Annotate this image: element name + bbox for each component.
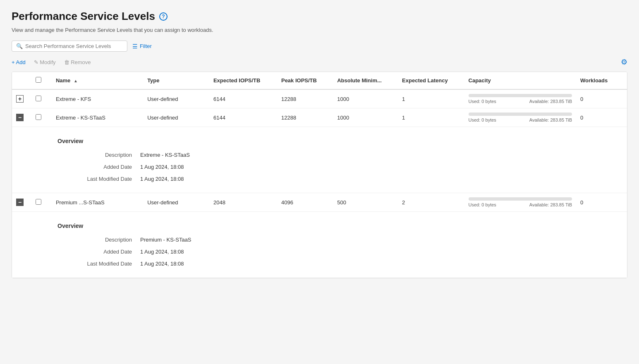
row-iops-cell: 2048 (209, 193, 277, 212)
row-latency-cell: 1 (398, 108, 464, 127)
row-name: Premium ...S-STaaS (56, 199, 105, 206)
row-expand-cell: − (12, 108, 31, 127)
row-peak-cell: 12288 (277, 89, 333, 108)
row-iops: 6144 (213, 96, 225, 102)
collapse-button[interactable]: − (16, 199, 24, 206)
col-header-peak-iops[interactable]: Peak IOPS/TB (277, 72, 333, 89)
row-checkbox[interactable] (36, 199, 41, 205)
col-header-type[interactable]: Type (143, 72, 209, 89)
row-abs: 500 (337, 199, 346, 206)
expand-button[interactable]: + (16, 95, 24, 103)
col-header-abs-min[interactable]: Absolute Minim... (333, 72, 398, 89)
row-expand-cell: + (12, 89, 31, 108)
row-type: User-defined (147, 115, 178, 121)
detail-cell: Overview Description Premium - KS-STaaS … (12, 212, 627, 278)
row-peak: 4096 (281, 199, 293, 206)
collapse-button[interactable]: − (16, 114, 24, 121)
row-workloads-cell: 0 (576, 193, 627, 212)
row-name-cell: Premium ...S-STaaS (52, 193, 143, 212)
row-checkbox-cell (31, 89, 52, 108)
row-type-cell: User-defined (143, 89, 209, 108)
row-name: Extreme - KS-STaaS (56, 115, 105, 121)
description-value: Premium - KS-STaaS (140, 237, 306, 243)
capacity-used: Used: 0 bytes (469, 99, 496, 104)
added-date-value: 1 Aug 2024, 18:08 (140, 164, 306, 170)
row-abs: 1000 (337, 115, 349, 121)
row-workloads: 0 (580, 96, 583, 102)
toolbar-row: 🔍 ☰ Filter (12, 41, 627, 52)
col-header-expected-latency[interactable]: Expected Latency (398, 72, 464, 89)
added-date-value: 1 Aug 2024, 18:08 (140, 249, 306, 255)
actions-row: + Add ✎ Modify 🗑 Remove ⚙ (12, 57, 627, 67)
capacity-available: Available: 283.85 TiB (529, 99, 572, 104)
actions-left: + Add ✎ Modify 🗑 Remove (12, 59, 91, 65)
row-iops-cell: 6144 (209, 89, 277, 108)
row-latency-cell: 2 (398, 193, 464, 212)
row-peak: 12288 (281, 115, 296, 121)
detail-cell: Overview Description Extreme - KS-STaaS … (12, 127, 627, 193)
row-workloads: 0 (580, 199, 583, 206)
table-row: − Extreme - KS-STaaS User-defined 6144 (12, 108, 627, 127)
added-date-label: Added Date (57, 164, 140, 170)
detail-row: Overview Description Extreme - KS-STaaS … (12, 127, 627, 193)
capacity-labels: Used: 0 bytes Available: 283.85 TiB (469, 99, 572, 104)
description-label: Description (57, 152, 140, 158)
row-name: Extreme - KFS (56, 96, 91, 102)
added-date-label: Added Date (57, 249, 140, 255)
row-workloads-cell: 0 (576, 89, 627, 108)
modify-button[interactable]: ✎ Modify (34, 59, 56, 65)
row-latency-cell: 1 (398, 89, 464, 108)
row-checkbox-cell (31, 108, 52, 127)
search-icon: 🔍 (16, 43, 23, 49)
row-peak-cell: 4096 (277, 193, 333, 212)
remove-label: 🗑 Remove (64, 59, 91, 65)
table-container: Name ▲ Type Expected IOPS/TB Peak IOPS/T… (12, 72, 627, 278)
search-input[interactable] (25, 43, 123, 49)
capacity-bar: Used: 0 bytes Available: 283.85 TiB (469, 113, 572, 122)
col-header-expected-iops[interactable]: Expected IOPS/TB (209, 72, 277, 89)
description-value: Extreme - KS-STaaS (140, 152, 306, 158)
detail-grid: Description Extreme - KS-STaaS Added Dat… (57, 152, 306, 182)
last-modified-label: Last Modified Date (57, 261, 140, 267)
table-row: + Extreme - KFS User-defined 6144 (12, 89, 627, 108)
row-latency: 2 (402, 199, 405, 206)
settings-button[interactable]: ⚙ (621, 57, 627, 67)
filter-button[interactable]: ☰ Filter (132, 43, 152, 50)
capacity-bar-track (469, 197, 572, 201)
help-icon[interactable]: ? (159, 12, 168, 21)
row-abs-cell: 500 (333, 193, 398, 212)
row-checkbox[interactable] (36, 114, 41, 120)
capacity-bar-track (469, 113, 572, 116)
last-modified-value: 1 Aug 2024, 18:08 (140, 261, 306, 267)
row-checkbox[interactable] (36, 96, 41, 101)
detail-grid: Description Premium - KS-STaaS Added Dat… (57, 237, 306, 267)
row-abs: 1000 (337, 96, 349, 102)
row-checkbox-cell (31, 193, 52, 212)
col-header-capacity[interactable]: Capacity (464, 72, 576, 89)
table-header-row: Name ▲ Type Expected IOPS/TB Peak IOPS/T… (12, 72, 627, 89)
filter-label: Filter (140, 43, 152, 49)
detail-content: Overview Description Extreme - KS-STaaS … (16, 131, 623, 189)
capacity-available: Available: 283.85 TiB (529, 202, 572, 207)
remove-button[interactable]: 🗑 Remove (64, 59, 91, 65)
row-type-cell: User-defined (143, 193, 209, 212)
row-type: User-defined (147, 199, 178, 206)
select-all-checkbox[interactable] (36, 77, 41, 83)
data-table: Name ▲ Type Expected IOPS/TB Peak IOPS/T… (12, 72, 627, 278)
add-button[interactable]: + Add (12, 59, 26, 65)
capacity-bar: Used: 0 bytes Available: 283.85 TiB (469, 197, 572, 207)
col-header-name[interactable]: Name ▲ (52, 72, 143, 89)
row-name-cell: Extreme - KS-STaaS (52, 108, 143, 127)
row-abs-cell: 1000 (333, 108, 398, 127)
row-type-cell: User-defined (143, 108, 209, 127)
last-modified-label: Last Modified Date (57, 176, 140, 182)
row-peak-cell: 12288 (277, 108, 333, 127)
col-header-workloads[interactable]: Workloads (576, 72, 627, 89)
capacity-bar-track (469, 94, 572, 97)
filter-icon: ☰ (132, 43, 138, 50)
page-subtitle: View and manage the Performance Service … (12, 27, 627, 33)
description-label: Description (57, 237, 140, 243)
overview-title: Overview (57, 223, 615, 229)
page-title: Performance Service Levels (12, 10, 155, 23)
sort-icon-name: ▲ (74, 79, 78, 83)
